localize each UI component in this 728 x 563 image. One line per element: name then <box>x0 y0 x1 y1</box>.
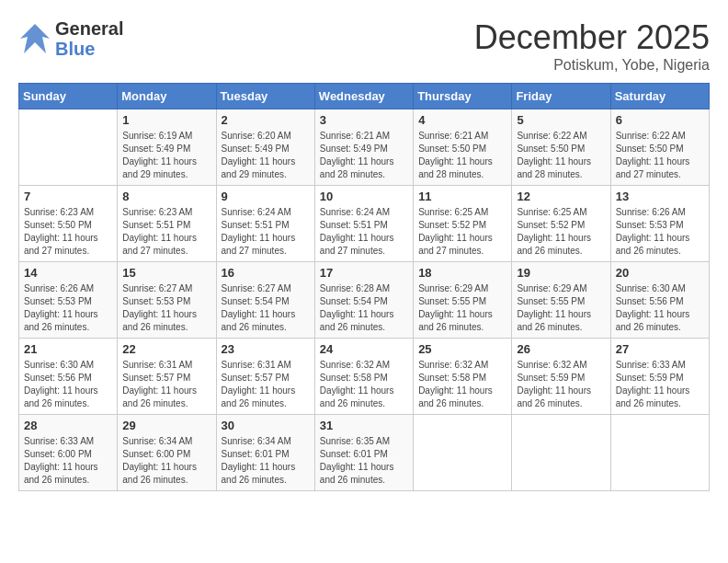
svg-marker-0 <box>20 24 50 53</box>
day-info: Sunrise: 6:20 AMSunset: 5:49 PMDaylight:… <box>222 130 310 181</box>
day-info: Sunrise: 6:23 AMSunset: 5:51 PMDaylight:… <box>122 206 210 258</box>
calendar-cell: 17Sunrise: 6:28 AMSunset: 5:54 PMDayligh… <box>314 262 413 339</box>
calendar-cell: 31Sunrise: 6:35 AMSunset: 6:01 PMDayligh… <box>314 415 413 491</box>
weekday-header-tuesday: Tuesday <box>216 84 314 109</box>
calendar-cell: 5Sunrise: 6:22 AMSunset: 5:50 PMDaylight… <box>512 109 610 186</box>
day-number: 2 <box>222 113 310 127</box>
calendar-cell: 16Sunrise: 6:27 AMSunset: 5:54 PMDayligh… <box>216 262 314 339</box>
subtitle: Potiskum, Yobe, Nigeria <box>474 57 710 74</box>
day-number: 22 <box>122 342 210 356</box>
day-info: Sunrise: 6:29 AMSunset: 5:55 PMDaylight:… <box>418 282 506 334</box>
calendar-cell: 6Sunrise: 6:22 AMSunset: 5:50 PMDaylight… <box>610 109 709 186</box>
calendar-cell <box>19 109 118 186</box>
day-number: 12 <box>517 190 605 203</box>
day-number: 18 <box>418 266 506 280</box>
weekday-header-sunday: Sunday <box>19 84 118 109</box>
day-number: 31 <box>320 419 408 432</box>
day-number: 23 <box>222 342 310 356</box>
calendar-cell: 2Sunrise: 6:20 AMSunset: 5:49 PMDaylight… <box>216 109 314 186</box>
day-info: Sunrise: 6:34 AMSunset: 6:00 PMDaylight:… <box>122 435 210 487</box>
day-number: 29 <box>122 419 210 432</box>
day-number: 5 <box>517 113 605 127</box>
calendar-cell <box>512 415 610 491</box>
calendar-cell: 28Sunrise: 6:33 AMSunset: 6:00 PMDayligh… <box>19 415 118 491</box>
calendar-cell: 23Sunrise: 6:31 AMSunset: 5:57 PMDayligh… <box>216 339 314 415</box>
day-number: 3 <box>320 113 408 127</box>
calendar-cell: 10Sunrise: 6:24 AMSunset: 5:51 PMDayligh… <box>314 186 413 262</box>
calendar-cell: 13Sunrise: 6:26 AMSunset: 5:53 PMDayligh… <box>610 186 709 262</box>
day-number: 21 <box>24 342 112 356</box>
calendar-week-4: 21Sunrise: 6:30 AMSunset: 5:56 PMDayligh… <box>19 339 710 415</box>
day-info: Sunrise: 6:21 AMSunset: 5:50 PMDaylight:… <box>418 130 506 181</box>
day-number: 9 <box>222 190 310 203</box>
day-info: Sunrise: 6:33 AMSunset: 6:00 PMDaylight:… <box>24 435 112 487</box>
calendar-cell: 7Sunrise: 6:23 AMSunset: 5:50 PMDaylight… <box>19 186 118 262</box>
calendar-cell: 24Sunrise: 6:32 AMSunset: 5:58 PMDayligh… <box>314 339 413 415</box>
day-number: 16 <box>222 266 310 280</box>
day-info: Sunrise: 6:19 AMSunset: 5:49 PMDaylight:… <box>122 130 210 181</box>
day-info: Sunrise: 6:26 AMSunset: 5:53 PMDaylight:… <box>616 206 704 258</box>
calendar-cell: 8Sunrise: 6:23 AMSunset: 5:51 PMDaylight… <box>118 186 216 262</box>
day-number: 25 <box>418 342 506 356</box>
day-info: Sunrise: 6:24 AMSunset: 5:51 PMDaylight:… <box>320 206 408 258</box>
day-info: Sunrise: 6:27 AMSunset: 5:54 PMDaylight:… <box>222 282 310 334</box>
calendar-week-1: 1Sunrise: 6:19 AMSunset: 5:49 PMDaylight… <box>19 109 710 186</box>
day-number: 15 <box>122 266 210 280</box>
day-info: Sunrise: 6:27 AMSunset: 5:53 PMDaylight:… <box>122 282 210 334</box>
day-number: 11 <box>418 190 506 203</box>
weekday-header-wednesday: Wednesday <box>314 84 413 109</box>
logo-bird-icon <box>18 22 51 55</box>
day-number: 6 <box>616 113 704 127</box>
calendar-week-5: 28Sunrise: 6:33 AMSunset: 6:00 PMDayligh… <box>19 415 710 491</box>
weekday-header-friday: Friday <box>512 84 610 109</box>
page-header: General Blue December 2025 Potiskum, Yob… <box>18 18 710 74</box>
calendar-cell: 20Sunrise: 6:30 AMSunset: 5:56 PMDayligh… <box>610 262 709 339</box>
calendar-week-3: 14Sunrise: 6:26 AMSunset: 5:53 PMDayligh… <box>19 262 710 339</box>
calendar-week-2: 7Sunrise: 6:23 AMSunset: 5:50 PMDaylight… <box>19 186 710 262</box>
calendar-cell: 11Sunrise: 6:25 AMSunset: 5:52 PMDayligh… <box>414 186 512 262</box>
calendar-cell: 30Sunrise: 6:34 AMSunset: 6:01 PMDayligh… <box>216 415 314 491</box>
title-area: December 2025 Potiskum, Yobe, Nigeria <box>474 18 710 74</box>
calendar-cell: 15Sunrise: 6:27 AMSunset: 5:53 PMDayligh… <box>118 262 216 339</box>
day-info: Sunrise: 6:32 AMSunset: 5:59 PMDaylight:… <box>517 359 605 410</box>
calendar-body: 1Sunrise: 6:19 AMSunset: 5:49 PMDaylight… <box>19 109 710 491</box>
day-number: 20 <box>616 266 704 280</box>
day-info: Sunrise: 6:31 AMSunset: 5:57 PMDaylight:… <box>222 359 310 410</box>
calendar-cell <box>610 415 709 491</box>
day-number: 26 <box>517 342 605 356</box>
day-info: Sunrise: 6:34 AMSunset: 6:01 PMDaylight:… <box>222 435 310 487</box>
calendar-cell: 9Sunrise: 6:24 AMSunset: 5:51 PMDaylight… <box>216 186 314 262</box>
day-number: 27 <box>616 342 704 356</box>
calendar-cell: 26Sunrise: 6:32 AMSunset: 5:59 PMDayligh… <box>512 339 610 415</box>
day-info: Sunrise: 6:33 AMSunset: 5:59 PMDaylight:… <box>616 359 704 410</box>
day-number: 14 <box>24 266 112 280</box>
calendar-cell: 25Sunrise: 6:32 AMSunset: 5:58 PMDayligh… <box>414 339 512 415</box>
logo: General Blue <box>18 18 123 59</box>
calendar-cell: 22Sunrise: 6:31 AMSunset: 5:57 PMDayligh… <box>118 339 216 415</box>
day-number: 4 <box>418 113 506 127</box>
day-info: Sunrise: 6:29 AMSunset: 5:55 PMDaylight:… <box>517 282 605 334</box>
weekday-header-row: SundayMondayTuesdayWednesdayThursdayFrid… <box>19 84 710 109</box>
day-number: 13 <box>616 190 704 203</box>
day-number: 19 <box>517 266 605 280</box>
day-number: 24 <box>320 342 408 356</box>
calendar-cell: 18Sunrise: 6:29 AMSunset: 5:55 PMDayligh… <box>414 262 512 339</box>
day-info: Sunrise: 6:22 AMSunset: 5:50 PMDaylight:… <box>517 130 605 181</box>
day-info: Sunrise: 6:30 AMSunset: 5:56 PMDaylight:… <box>24 359 112 410</box>
day-info: Sunrise: 6:32 AMSunset: 5:58 PMDaylight:… <box>418 359 506 410</box>
day-number: 28 <box>24 419 112 432</box>
day-number: 8 <box>122 190 210 203</box>
calendar-table: SundayMondayTuesdayWednesdayThursdayFrid… <box>18 83 710 491</box>
logo-line2: Blue <box>55 39 123 59</box>
day-info: Sunrise: 6:25 AMSunset: 5:52 PMDaylight:… <box>517 206 605 258</box>
day-info: Sunrise: 6:35 AMSunset: 6:01 PMDaylight:… <box>320 435 408 487</box>
day-number: 1 <box>122 113 210 127</box>
day-info: Sunrise: 6:31 AMSunset: 5:57 PMDaylight:… <box>122 359 210 410</box>
day-info: Sunrise: 6:25 AMSunset: 5:52 PMDaylight:… <box>418 206 506 258</box>
calendar-cell <box>414 415 512 491</box>
calendar-cell: 29Sunrise: 6:34 AMSunset: 6:00 PMDayligh… <box>118 415 216 491</box>
day-info: Sunrise: 6:21 AMSunset: 5:49 PMDaylight:… <box>320 130 408 181</box>
day-info: Sunrise: 6:24 AMSunset: 5:51 PMDaylight:… <box>222 206 310 258</box>
day-info: Sunrise: 6:28 AMSunset: 5:54 PMDaylight:… <box>320 282 408 334</box>
day-number: 30 <box>222 419 310 432</box>
